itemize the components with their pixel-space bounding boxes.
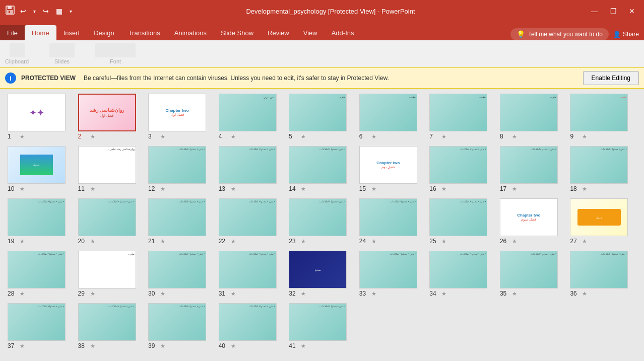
slide-thumbnail-4[interactable]: متن عربی... (219, 94, 277, 131)
slide-thumbnail-18[interactable]: • متن • محتوا • اطلاعات (570, 146, 628, 184)
slide-thumbnail-23[interactable]: • متن • محتوا • اطلاعات (289, 198, 347, 236)
slide-item-24[interactable]: • متن • محتوا • اطلاعات24★ (359, 198, 426, 245)
slide-item-41[interactable]: • متن • محتوا • اطلاعات41★ (289, 303, 355, 349)
slide-star-3[interactable]: ★ (160, 133, 165, 140)
slide-star-2[interactable]: ★ (90, 133, 95, 140)
slide-item-25[interactable]: • متن • محتوا • اطلاعات25★ (429, 198, 496, 245)
slide-star-26[interactable]: ★ (512, 238, 517, 245)
slide-item-19[interactable]: • متن • محتوا • اطلاعات19★ (8, 198, 74, 245)
slide-item-10[interactable]: جدول10★ (8, 146, 74, 192)
tab-review[interactable]: Review (261, 25, 296, 40)
tab-slideshow[interactable]: Slide Show (214, 25, 261, 40)
undo-dropdown[interactable]: ▾ (31, 8, 38, 15)
slide-star-4[interactable]: ★ (231, 133, 236, 140)
slide-star-31[interactable]: ★ (231, 291, 236, 297)
slide-star-1[interactable]: ★ (20, 133, 25, 140)
slide-thumbnail-3[interactable]: Chapter twoفصل اول (148, 94, 206, 131)
slide-thumbnail-15[interactable]: Chapter twoفصل دوم (359, 146, 417, 184)
slide-item-40[interactable]: • متن • محتوا • اطلاعات40★ (219, 303, 285, 349)
slide-item-29[interactable]: متن...29★ (78, 251, 145, 297)
slide-thumbnail-9[interactable]: متن... (570, 94, 628, 131)
slide-thumbnail-6[interactable]: متن... (359, 94, 417, 131)
slide-thumbnail-21[interactable]: • متن • محتوا • اطلاعات (148, 198, 206, 236)
slide-item-17[interactable]: • متن • محتوا • اطلاعات17★ (500, 146, 566, 192)
slide-item-14[interactable]: • متن • محتوا • اطلاعات14★ (289, 146, 355, 192)
slide-thumbnail-10[interactable]: جدول (8, 146, 66, 184)
tab-view[interactable]: View (296, 25, 325, 40)
slide-thumbnail-12[interactable]: • متن • محتوا • اطلاعات (148, 146, 206, 184)
slide-star-10[interactable]: ★ (20, 186, 25, 192)
slide-item-34[interactable]: • متن • محتوا • اطلاعات34★ (429, 251, 496, 297)
undo-btn[interactable]: ↩ (18, 6, 28, 16)
slide-star-40[interactable]: ★ (231, 343, 236, 349)
slide-item-32[interactable]: محتوا32★ (289, 251, 355, 297)
slide-star-38[interactable]: ★ (90, 343, 95, 349)
slide-thumbnail-22[interactable]: • متن • محتوا • اطلاعات (219, 198, 277, 236)
slide-star-36[interactable]: ★ (582, 291, 587, 297)
slide-thumbnail-30[interactable]: • متن • محتوا • اطلاعات (148, 251, 206, 288)
slide-item-3[interactable]: Chapter twoفصل اول3★ (148, 94, 215, 140)
slide-star-35[interactable]: ★ (512, 291, 517, 297)
slide-star-15[interactable]: ★ (371, 186, 376, 192)
slide-item-22[interactable]: • متن • محتوا • اطلاعات22★ (219, 198, 285, 245)
slide-item-12[interactable]: • متن • محتوا • اطلاعات12★ (148, 146, 215, 192)
slide-star-8[interactable]: ★ (512, 133, 517, 140)
slide-star-29[interactable]: ★ (90, 291, 95, 297)
slide-thumbnail-38[interactable]: • متن • محتوا • اطلاعات (78, 303, 136, 341)
slide-star-13[interactable]: ★ (231, 186, 236, 192)
slide-thumbnail-32[interactable]: محتوا (289, 251, 347, 288)
slide-item-20[interactable]: • متن • محتوا • اطلاعات20★ (78, 198, 145, 245)
slide-item-38[interactable]: • متن • محتوا • اطلاعات38★ (78, 303, 145, 349)
slide-thumbnail-19[interactable]: • متن • محتوا • اطلاعات (8, 198, 66, 236)
slide-thumbnail-5[interactable]: متن... (289, 94, 347, 131)
slide-star-9[interactable]: ★ (582, 133, 587, 140)
slide-thumbnail-11[interactable]: روان‌شناسی رشد علمی... (78, 146, 136, 184)
slide-star-27[interactable]: ★ (582, 238, 587, 245)
tell-me-input[interactable]: 💡 Tell me what you want to do (510, 28, 609, 40)
slide-thumbnail-39[interactable]: • متن • محتوا • اطلاعات (148, 303, 206, 341)
slide-thumbnail-14[interactable]: • متن • محتوا • اطلاعات (289, 146, 347, 184)
slide-star-23[interactable]: ★ (301, 238, 306, 245)
slide-thumbnail-27[interactable]: جدول (570, 198, 628, 236)
tab-animations[interactable]: Animations (167, 25, 214, 40)
slide-item-36[interactable]: • متن • محتوا • اطلاعات36★ (570, 251, 636, 297)
slide-item-8[interactable]: متن...8★ (500, 94, 566, 140)
slide-star-19[interactable]: ★ (20, 238, 25, 245)
slide-thumbnail-16[interactable]: • متن • محتوا • اطلاعات (429, 146, 487, 184)
slide-item-37[interactable]: • متن • محتوا • اطلاعات37★ (8, 303, 74, 349)
slide-item-35[interactable]: • متن • محتوا • اطلاعات35★ (500, 251, 566, 297)
slide-thumbnail-37[interactable]: • متن • محتوا • اطلاعات (8, 303, 66, 341)
save-icon[interactable] (5, 5, 15, 18)
slide-thumbnail-2[interactable]: روان‌شناسی رشدفصل اول (78, 94, 136, 131)
slide-star-39[interactable]: ★ (160, 343, 165, 349)
slide-star-21[interactable]: ★ (160, 238, 165, 245)
slide-item-27[interactable]: جدول27★ (570, 198, 636, 245)
slide-item-30[interactable]: • متن • محتوا • اطلاعات30★ (148, 251, 215, 297)
slide-thumbnail-36[interactable]: • متن • محتوا • اطلاعات (570, 251, 628, 288)
slide-thumbnail-31[interactable]: • متن • محتوا • اطلاعات (219, 251, 277, 288)
slide-thumbnail-41[interactable]: • متن • محتوا • اطلاعات (289, 303, 347, 341)
slide-star-28[interactable]: ★ (20, 291, 25, 297)
slide-thumbnail-20[interactable]: • متن • محتوا • اطلاعات (78, 198, 136, 236)
slide-thumbnail-13[interactable]: • متن • محتوا • اطلاعات (219, 146, 277, 184)
slide-item-33[interactable]: • متن • محتوا • اطلاعات33★ (359, 251, 426, 297)
slide-item-26[interactable]: Chapter twoفصل سوم26★ (500, 198, 566, 245)
restore-btn[interactable]: ❐ (606, 6, 621, 16)
slide-thumbnail-7[interactable]: متن... (429, 94, 487, 131)
minimize-btn[interactable]: — (587, 6, 602, 16)
slide-star-34[interactable]: ★ (441, 291, 446, 297)
slide-thumbnail-25[interactable]: • متن • محتوا • اطلاعات (429, 198, 487, 236)
enable-editing-button[interactable]: Enable Editing (583, 71, 639, 85)
slide-star-5[interactable]: ★ (301, 133, 306, 140)
slide-star-18[interactable]: ★ (582, 186, 587, 192)
slide-star-33[interactable]: ★ (371, 291, 376, 297)
qat-more[interactable]: ▾ (68, 8, 74, 15)
slide-star-12[interactable]: ★ (160, 186, 165, 192)
slide-item-15[interactable]: Chapter twoفصل دوم15★ (359, 146, 426, 192)
slide-star-11[interactable]: ★ (90, 186, 95, 192)
slide-star-6[interactable]: ★ (371, 133, 376, 140)
slide-thumbnail-40[interactable]: • متن • محتوا • اطلاعات (219, 303, 277, 341)
slide-item-28[interactable]: • متن • محتوا • اطلاعات28★ (8, 251, 74, 297)
slide-star-32[interactable]: ★ (301, 291, 306, 297)
tab-home[interactable]: Home (25, 25, 56, 40)
